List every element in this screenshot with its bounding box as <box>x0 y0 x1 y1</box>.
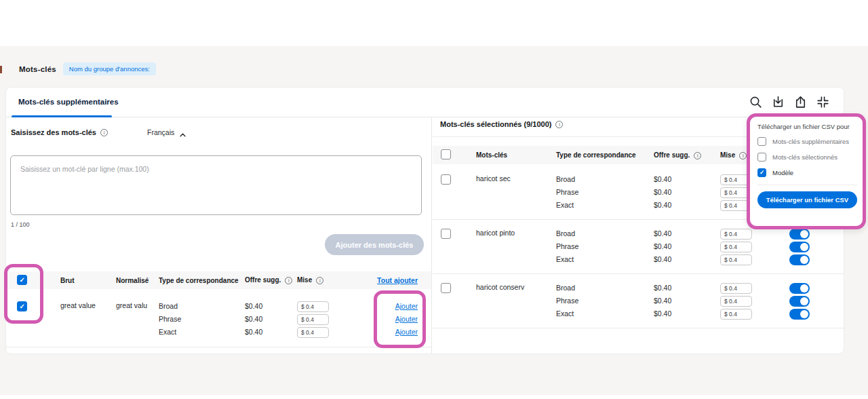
keywords-counter: 1 / 100 <box>11 221 30 228</box>
suggested-bid-value: $0.40 <box>654 254 720 267</box>
match-type: Broad <box>556 283 654 296</box>
add-all-link[interactable]: Tout ajouter <box>377 276 418 284</box>
left-edge-artifact <box>0 66 2 73</box>
suggested-bid-value: $0.40 <box>654 200 720 213</box>
csv-option-additional[interactable]: Mots-clés supplémentaires <box>757 137 857 146</box>
bid-input[interactable] <box>720 254 752 265</box>
enter-keywords-label: Saisissez des mots-clés <box>11 128 96 136</box>
language-value: Français <box>147 128 174 136</box>
match-type: Exact <box>556 200 654 213</box>
keyword-toggle[interactable] <box>789 309 810 320</box>
raw-keyword: great value <box>60 301 116 309</box>
ad-group-name-badge: Nom du groupe d'annonces: <box>63 62 156 75</box>
col-raw: Brut <box>60 277 116 284</box>
keyword-toggle[interactable] <box>789 283 810 294</box>
language-selector[interactable]: Français <box>147 128 186 136</box>
match-type: Exact <box>556 309 654 322</box>
normalized-keyword: great valu <box>116 301 159 309</box>
page-header: Mots-clés Nom du groupe d'annonces: <box>19 62 156 75</box>
chevron-up-icon <box>180 130 186 134</box>
suggested-bid-value: $0.40 <box>245 301 297 314</box>
enter-keywords-info-icon[interactable] <box>100 129 108 136</box>
suggested-bid-value: $0.40 <box>654 174 720 187</box>
collapse-icon[interactable] <box>816 95 830 109</box>
suggested-bid-info-icon[interactable] <box>694 152 701 159</box>
csv-option-checkbox[interactable] <box>757 153 766 162</box>
col-suggested-bid: Offre sugg. <box>654 151 720 159</box>
panel-divider <box>431 117 432 354</box>
add-keywords-button[interactable]: Ajouter des mots-clés <box>325 234 424 255</box>
keyword-toggle[interactable] <box>789 229 810 240</box>
search-icon[interactable] <box>749 95 763 109</box>
keywords-textarea[interactable] <box>10 155 422 215</box>
page-title: Mots-clés <box>19 65 56 73</box>
col-match-type: Type de correspondance <box>159 277 245 284</box>
keyword: haricot sec <box>476 174 556 183</box>
match-type: Broad <box>159 301 245 314</box>
tab-additional-keywords[interactable]: Mots-clés supplémentaires <box>18 98 119 106</box>
csv-option-checkbox[interactable] <box>757 168 766 177</box>
active-tab-underline <box>12 115 112 117</box>
bid-info-icon[interactable] <box>739 152 747 159</box>
col-keyword: Mots-clés <box>476 151 556 159</box>
col-normalized: Normalisé <box>116 277 159 284</box>
suggested-bid-value: $0.40 <box>245 314 297 327</box>
table-row: great value great valu Broad Phrase Exac… <box>6 293 431 347</box>
suggested-bid-value: $0.40 <box>654 242 720 254</box>
row-checkbox[interactable] <box>441 174 451 185</box>
csv-popup-title: Télécharger un fichier CSV pour <box>757 123 857 130</box>
suggested-bid-value: $0.40 <box>245 327 297 340</box>
annotation-box-add-links <box>374 290 426 348</box>
suggested-bid-value: $0.40 <box>654 229 720 242</box>
keyword-toggle[interactable] <box>789 242 810 252</box>
bid-input[interactable] <box>720 309 752 320</box>
bid-info-icon[interactable] <box>316 277 323 284</box>
download-csv-button[interactable]: Télécharger un fichier CSV <box>757 191 857 208</box>
match-type: Exact <box>556 254 654 267</box>
match-type: Phrase <box>556 242 654 254</box>
selected-keywords-title: Mots-clés sélectionnés (9/1000) <box>440 120 563 128</box>
suggested-bid-value: $0.40 <box>654 187 720 200</box>
bid-input[interactable] <box>297 314 329 325</box>
bid-input[interactable] <box>720 283 752 294</box>
csv-download-popup: Télécharger un fichier CSV pour Mots-clé… <box>747 113 866 229</box>
download-icon[interactable] <box>771 95 785 109</box>
annotation-box-checkboxes <box>4 264 43 324</box>
enter-keywords-row: Saisissez des mots-clés Français <box>11 128 186 136</box>
suggested-bid-value: $0.40 <box>654 296 720 309</box>
bid-input[interactable] <box>297 301 329 312</box>
row-checkbox[interactable] <box>441 283 451 293</box>
tab-bar: Mots-clés supplémentaires <box>6 88 844 117</box>
upload-icon[interactable] <box>793 95 808 109</box>
match-type: Exact <box>159 327 245 340</box>
left-table-header: Brut Normalisé Type de correspondance Of… <box>6 271 431 289</box>
match-type: Phrase <box>159 314 245 327</box>
csv-option-selected[interactable]: Mots-clés sélectionnés <box>757 153 857 162</box>
match-type: Broad <box>556 229 654 242</box>
bid-input[interactable] <box>720 296 752 307</box>
match-type: Phrase <box>556 187 654 200</box>
suggested-bid-value: $0.40 <box>654 309 720 322</box>
match-type: Broad <box>556 174 654 187</box>
csv-popup-divider <box>757 185 857 185</box>
csv-option-template[interactable]: Modèle <box>757 168 857 177</box>
bid-input[interactable] <box>297 327 329 338</box>
keyword: haricot pinto <box>476 229 556 237</box>
keyword-toggle[interactable] <box>789 254 810 265</box>
suggested-bid-value: $0.40 <box>654 283 720 296</box>
col-match-type: Type de correspondance <box>556 151 654 159</box>
keyword-toggle[interactable] <box>789 296 810 307</box>
bid-input[interactable] <box>720 229 752 240</box>
csv-option-checkbox[interactable] <box>757 137 766 146</box>
selected-keywords-info-icon[interactable] <box>555 121 563 128</box>
card-toolbar <box>749 95 830 109</box>
table-row: haricot conserv Broad Phrase Exact $0.40… <box>433 274 844 328</box>
bid-input[interactable] <box>720 242 752 252</box>
suggested-bid-info-icon[interactable] <box>285 277 292 284</box>
match-type: Phrase <box>556 296 654 309</box>
col-suggested-bid: Offre sugg. <box>245 276 297 284</box>
bottom-white-band <box>0 395 868 399</box>
row-checkbox[interactable] <box>441 229 451 239</box>
select-all-checkbox-right[interactable] <box>441 149 451 159</box>
keyword-manager-screen: Mots-clés Nom du groupe d'annonces: Mots… <box>0 0 868 399</box>
